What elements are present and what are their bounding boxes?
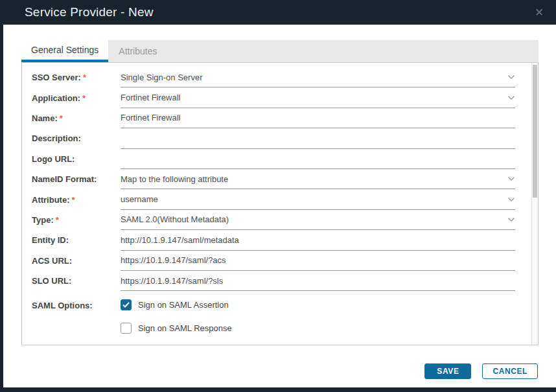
application-select[interactable] — [121, 87, 515, 108]
field-label: Application:* — [32, 93, 121, 103]
form-field-row: ACS URL:* — [32, 251, 515, 271]
field-label-text: SSO Server: — [32, 73, 81, 82]
name-field[interactable] — [121, 108, 515, 128]
description-input[interactable] — [121, 132, 515, 144]
logo-url-field[interactable] — [121, 149, 515, 169]
field-label-text: Entity ID: — [32, 235, 69, 245]
tab-strip: General Settings Attributes — [21, 40, 539, 62]
attribute-input[interactable] — [121, 193, 502, 206]
required-asterisk: * — [60, 113, 63, 123]
saml-options-checkboxes: Sign on SAML Assertion Sign on SAML Resp… — [121, 299, 232, 334]
form-scroll-area: SSO Server:* Application:* Name:* — [21, 62, 539, 345]
checkbox-label: Sign on SAML Assertion — [138, 300, 229, 310]
field-label-text: Name: — [32, 113, 58, 123]
form-rows: SSO Server:* Application:* Name:* — [22, 63, 531, 291]
field-label: NameID Format:* — [32, 174, 121, 184]
chevron-down-icon — [507, 217, 515, 222]
form-field-row: NameID Format:* — [32, 169, 515, 189]
form-field-row: Name:* — [32, 108, 515, 128]
field-label-text: Logo URL: — [32, 154, 75, 164]
sso-server-input[interactable] — [121, 71, 502, 84]
check-icon — [122, 302, 130, 308]
form-field-row: Application:* — [32, 87, 515, 108]
form-field-row: Description:* — [32, 128, 515, 148]
field-label: ACS URL:* — [32, 256, 121, 266]
field-label: Description:* — [32, 133, 121, 143]
acs-url-field[interactable] — [121, 251, 515, 271]
field-label: Name:* — [32, 113, 121, 123]
required-asterisk: * — [83, 73, 86, 82]
dialog-title: Service Provider - New — [25, 5, 154, 19]
description-field[interactable] — [121, 128, 515, 148]
acs-url-input[interactable] — [121, 254, 515, 267]
name-input[interactable] — [121, 111, 515, 124]
field-label-text: NameID Format: — [32, 174, 97, 184]
tab-general-settings[interactable]: General Settings — [21, 40, 108, 62]
form-field-row: SLO URL:* — [32, 271, 515, 291]
cancel-button[interactable]: CANCEL — [482, 363, 538, 379]
save-button[interactable]: SAVE — [424, 363, 471, 379]
form-field-row: Entity ID:* — [32, 230, 515, 250]
chevron-down-icon — [507, 176, 515, 181]
required-asterisk: * — [82, 93, 86, 103]
chevron-down-icon — [507, 197, 515, 202]
type-select[interactable] — [121, 210, 515, 230]
type-input[interactable] — [121, 213, 502, 226]
scrollbar-thumb[interactable] — [533, 65, 537, 198]
field-label: Entity ID:* — [32, 235, 121, 245]
form-field-row: SSO Server:* — [32, 67, 515, 87]
form-field-row: Attribute:* — [32, 189, 515, 209]
checkbox-label: Sign on SAML Response — [138, 323, 232, 333]
field-label: Attribute:* — [32, 195, 121, 205]
sign-on-saml-response-checkbox[interactable]: Sign on SAML Response — [121, 323, 232, 334]
checkbox-box[interactable] — [121, 299, 132, 310]
checkbox-box[interactable] — [121, 323, 132, 334]
dialog-footer: SAVE CANCEL — [424, 363, 538, 379]
required-asterisk: * — [72, 195, 75, 205]
field-label: SLO URL:* — [32, 276, 121, 286]
field-label: SSO Server:* — [32, 73, 121, 82]
field-label-text: SLO URL: — [32, 276, 71, 286]
application-input[interactable] — [121, 91, 502, 104]
slo-url-input[interactable] — [121, 274, 515, 287]
attribute-select[interactable] — [121, 189, 515, 209]
dialog-header: Service Provider - New ✕ — [0, 0, 556, 25]
tab-attributes[interactable]: Attributes — [108, 40, 167, 62]
required-asterisk: * — [56, 215, 59, 225]
saml-options-label: SAML Options: — [32, 299, 121, 334]
slo-url-field[interactable] — [121, 271, 515, 291]
form-field-row: Type:* — [32, 210, 515, 230]
field-label: Type:* — [32, 215, 121, 225]
field-label: Logo URL:* — [32, 154, 121, 164]
close-icon[interactable]: ✕ — [531, 5, 547, 20]
field-label-text: Application: — [32, 93, 80, 103]
field-label-text: ACS URL: — [32, 256, 72, 266]
scrollbar-track[interactable] — [531, 63, 538, 345]
saml-options-row: SAML Options: Sign on SAML Assertion Sig… — [22, 299, 538, 334]
entity-id-field[interactable] — [121, 230, 515, 250]
logo-url-input[interactable] — [121, 152, 515, 165]
chevron-down-icon — [507, 95, 515, 100]
dialog-body: General Settings Attributes SSO Server:*… — [3, 25, 556, 387]
nameid-format-select[interactable] — [121, 169, 515, 189]
nameid-format-input[interactable] — [121, 172, 502, 185]
form-field-row: Logo URL:* — [32, 149, 515, 169]
field-label-text: Description: — [32, 133, 81, 143]
sso-server-select[interactable] — [121, 67, 515, 87]
sign-on-saml-assertion-checkbox[interactable]: Sign on SAML Assertion — [121, 299, 232, 310]
chevron-down-icon — [507, 75, 515, 80]
entity-id-input[interactable] — [121, 233, 515, 246]
field-label-text: Attribute: — [32, 195, 70, 205]
field-label-text: Type: — [32, 215, 54, 225]
service-provider-dialog: Service Provider - New ✕ General Setting… — [0, 0, 556, 392]
